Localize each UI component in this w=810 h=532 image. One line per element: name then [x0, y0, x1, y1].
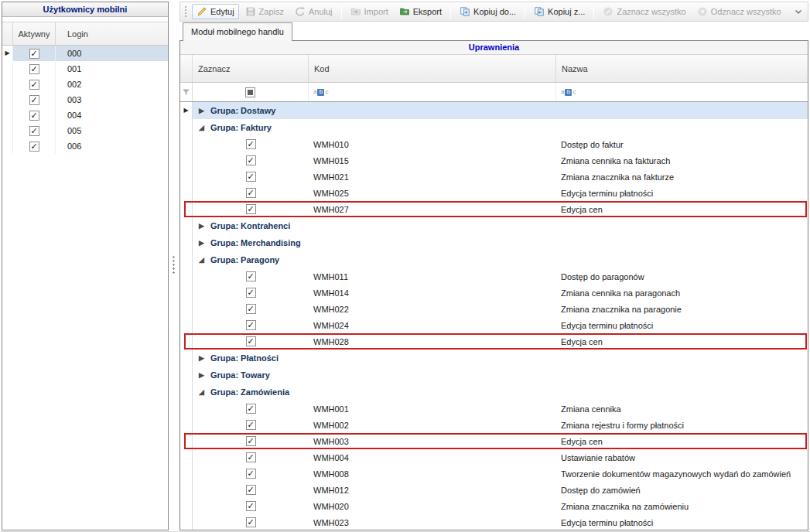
user-row-005[interactable]: ✓005	[2, 123, 168, 138]
expand-group-icon[interactable]: ▶	[199, 354, 209, 362]
permission-row-wmh027[interactable]: ✓WMH027Edycja cen	[180, 201, 808, 217]
toolbar-button-kopiuj-do[interactable]: Kopiuj do...	[455, 4, 521, 19]
column-header-aktywny[interactable]: Aktywny	[13, 22, 56, 45]
edit-icon	[197, 6, 207, 17]
user-row-001[interactable]: ✓001	[2, 61, 168, 77]
permission-row-wmh001[interactable]: ✓WMH001Zmiana cennika	[180, 401, 808, 417]
permission-row-wmh011[interactable]: ✓WMH011Dostęp do paragonów	[180, 268, 808, 285]
filter-checkbox[interactable]	[245, 87, 255, 97]
permission-row-wmh012[interactable]: ✓WMH012Dostęp do zamówień	[180, 482, 808, 498]
permission-row-wmh022[interactable]: ✓WMH022Zmiana znacznika na paragonie	[180, 301, 808, 317]
permission-checkbox[interactable]: ✓	[246, 517, 256, 527]
permission-row-wmh023[interactable]: ✓WMH023Edycja terminu płatności	[180, 514, 808, 530]
permission-row-wmh015[interactable]: ✓WMH015Zmiana cennika na fakturach	[180, 152, 808, 169]
permission-checkbox[interactable]: ✓	[246, 204, 256, 214]
permission-row-wmh004[interactable]: ✓WMH004Ustawianie rabatów	[180, 449, 808, 466]
group-row-grupa-towary[interactable]: ▶Grupa: Towary	[180, 367, 808, 384]
filter-cell-zaznacz[interactable]	[193, 83, 309, 101]
expand-group-icon[interactable]: ▶	[199, 371, 209, 379]
group-row-grupa-dostawy[interactable]: ▶▶Grupa: Dostawy	[180, 102, 808, 119]
toolbar-button-odznacz-wszystko: Odznacz wszystko	[692, 4, 786, 19]
permission-checkbox[interactable]: ✓	[246, 404, 256, 414]
group-row-grupa-p-atnosci[interactable]: ▶Grupa: Płatności	[180, 350, 808, 367]
active-checkbox[interactable]: ✓	[29, 142, 39, 152]
collapse-group-icon[interactable]: ◢	[199, 388, 209, 396]
row-indicator-cell	[180, 333, 193, 350]
row-indicator-cell	[2, 138, 13, 154]
toolbar-button-eksport[interactable]: Eksport	[395, 4, 446, 19]
user-row-000[interactable]: ▶✓000	[2, 46, 168, 61]
filter-cell-nazwa[interactable]: abc	[556, 83, 808, 101]
permission-checkbox[interactable]: ✓	[246, 452, 256, 462]
user-row-002[interactable]: ✓002	[2, 77, 168, 92]
active-checkbox[interactable]: ✓	[29, 49, 39, 59]
collapse-group-icon[interactable]: ◢	[199, 124, 209, 131]
active-checkbox[interactable]: ✓	[29, 64, 39, 74]
group-cell: ▶Grupa: Kontrahenci	[193, 217, 808, 234]
group-row-grupa-paragony[interactable]: ◢Grupa: Paragony	[180, 251, 808, 268]
expand-group-icon[interactable]: ▶	[199, 107, 209, 114]
tab-modul-mobilnego-handlu[interactable]: Moduł mobilnego handlu	[183, 22, 292, 41]
user-active-cell: ✓	[13, 61, 56, 77]
toolbar-grip[interactable]	[184, 5, 187, 18]
permission-checkbox[interactable]: ✓	[246, 288, 256, 298]
permission-checkbox[interactable]: ✓	[246, 271, 256, 281]
expand-group-icon[interactable]: ▶	[199, 222, 209, 230]
permission-checkbox[interactable]: ✓	[246, 485, 256, 495]
expand-group-icon[interactable]: ▶	[199, 239, 209, 247]
toolbar-button-kopiuj-z[interactable]: Kopiuj z...	[529, 4, 590, 19]
permission-row-wmh003[interactable]: ✓WMH003Edycja cen	[180, 433, 808, 449]
user-login: 006	[56, 138, 168, 154]
row-indicator-cell	[180, 234, 193, 251]
row-indicator-cell	[180, 152, 193, 169]
permission-checkbox[interactable]: ✓	[246, 155, 256, 165]
active-checkbox[interactable]: ✓	[29, 95, 39, 105]
permission-checkbox[interactable]: ✓	[246, 469, 256, 479]
toolbar-overflow-chevron[interactable]	[792, 5, 805, 18]
row-indicator-cell	[180, 401, 193, 417]
column-header-nazwa[interactable]: Nazwa	[556, 55, 808, 82]
user-login: 000	[56, 46, 168, 61]
permission-row-wmh025[interactable]: ✓WMH025Edycja terminu płatności	[180, 185, 808, 201]
permission-name: Edycja cen	[556, 201, 808, 217]
permission-row-wmh014[interactable]: ✓WMH014Zmiana cennika na paragonach	[180, 285, 808, 301]
group-row-grupa-kontrahenci[interactable]: ▶Grupa: Kontrahenci	[180, 217, 808, 234]
toolbar-button-edytuj[interactable]: Edytuj	[192, 4, 239, 19]
user-row-004[interactable]: ✓004	[2, 107, 168, 123]
active-checkbox[interactable]: ✓	[29, 126, 39, 136]
group-row-grupa-faktury[interactable]: ◢Grupa: Faktury	[180, 119, 808, 136]
active-checkbox[interactable]: ✓	[29, 111, 39, 121]
permission-row-wmh028[interactable]: ✓WMH028Edycja cen	[180, 333, 808, 350]
permission-row-wmh008[interactable]: ✓WMH008Tworzenie dokumentów magazynowych…	[180, 466, 808, 482]
permission-row-wmh002[interactable]: ✓WMH002Zmiana rejestru i formy płatności	[180, 417, 808, 433]
permission-checkbox[interactable]: ✓	[246, 188, 256, 198]
permission-checkbox[interactable]: ✓	[246, 436, 256, 446]
user-login: 003	[56, 92, 168, 107]
user-row-006[interactable]: ✓006	[2, 138, 168, 154]
user-row-003[interactable]: ✓003	[2, 92, 168, 107]
permission-checkbox[interactable]: ✓	[246, 320, 256, 330]
permission-row-wmh020[interactable]: ✓WMH020Zmiana znacznika na zamówieniu	[180, 498, 808, 514]
permission-checkbox[interactable]: ✓	[246, 336, 256, 346]
permission-checkbox[interactable]: ✓	[246, 172, 256, 182]
permission-row-wmh010[interactable]: ✓WMH010Dostęp do faktur	[180, 136, 808, 152]
collapse-group-icon[interactable]: ◢	[199, 256, 209, 264]
column-header-login[interactable]: Login	[56, 22, 168, 45]
permission-checkbox[interactable]: ✓	[246, 139, 256, 149]
permission-checkbox[interactable]: ✓	[246, 420, 256, 430]
permission-code: WMH001	[309, 401, 556, 417]
row-indicator-cell	[180, 268, 193, 285]
column-header-zaznacz[interactable]: Zaznacz	[193, 55, 309, 82]
group-row-grupa-zamowienia[interactable]: ◢Grupa: Zamówienia	[180, 384, 808, 401]
filter-cell-kod[interactable]: abc	[309, 83, 556, 101]
active-checkbox[interactable]: ✓	[29, 80, 39, 90]
group-row-grupa-merchandising[interactable]: ▶Grupa: Merchandising	[180, 234, 808, 251]
save-icon	[245, 6, 256, 17]
permission-row-wmh021[interactable]: ✓WMH021Zmiana znacznika na fakturze	[180, 169, 808, 185]
column-header-kod[interactable]: Kod	[309, 55, 556, 82]
panel-splitter[interactable]	[169, 0, 178, 532]
row-indicator-cell	[180, 136, 193, 152]
permission-row-wmh024[interactable]: ✓WMH024Edycja terminu płatności	[180, 317, 808, 333]
permission-checkbox[interactable]: ✓	[246, 501, 256, 511]
permission-checkbox[interactable]: ✓	[246, 304, 256, 314]
